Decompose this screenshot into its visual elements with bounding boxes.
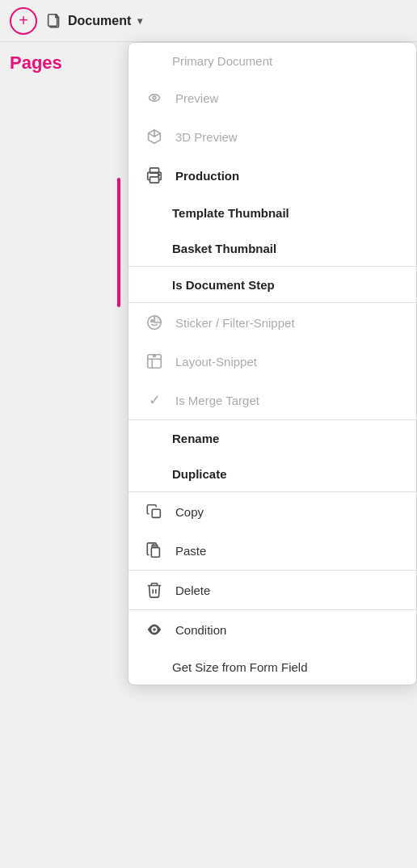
menu-item-paste[interactable]: Paste xyxy=(128,531,416,570)
sticker-icon xyxy=(145,313,164,332)
menu-item-template-thumbnail[interactable]: Template Thumbnail xyxy=(128,195,416,230)
menu-item-production[interactable]: Production xyxy=(128,156,416,195)
svg-point-7 xyxy=(151,320,154,322)
menu-item-duplicate[interactable]: Duplicate xyxy=(128,456,416,491)
dropdown-menu: Primary Document Preview 3D Preview xyxy=(128,42,417,685)
checkmark-icon: ✓ xyxy=(145,390,164,410)
is-merge-target-label: Is Merge Target xyxy=(175,394,259,407)
menu-item-basket-thumbnail[interactable]: Basket Thumbnail xyxy=(128,230,416,266)
paste-label: Paste xyxy=(175,544,206,558)
menu-item-primary-document[interactable]: Primary Document xyxy=(128,43,416,78)
printer-icon xyxy=(145,166,164,185)
top-bar: + Document ▾ xyxy=(0,0,417,42)
duplicate-label: Duplicate xyxy=(172,467,227,481)
menu-item-condition[interactable]: Condition xyxy=(128,610,416,649)
svg-point-1 xyxy=(150,95,160,101)
delete-label: Delete xyxy=(175,584,210,597)
template-thumbnail-label: Template Thumbnail xyxy=(172,206,289,220)
menu-item-is-merge-target[interactable]: ✓ Is Merge Target xyxy=(128,381,416,419)
svg-point-2 xyxy=(153,96,156,99)
3d-preview-label: 3D Preview xyxy=(175,130,238,144)
menu-item-preview[interactable]: Preview xyxy=(128,78,416,117)
basket-thumbnail-label: Basket Thumbnail xyxy=(172,242,276,255)
chevron-down-icon: ▾ xyxy=(137,15,142,27)
copy-label: Copy xyxy=(175,505,204,519)
copy-icon xyxy=(145,502,164,521)
eye-filled-icon xyxy=(145,620,164,639)
svg-rect-10 xyxy=(151,547,159,557)
svg-point-5 xyxy=(158,175,160,176)
layout-snippet-icon xyxy=(145,352,164,371)
menu-item-sticker-filter-snippet[interactable]: Sticker / Filter-Snippet xyxy=(128,303,416,342)
production-label: Production xyxy=(175,169,239,183)
sticker-filter-snippet-label: Sticker / Filter-Snippet xyxy=(175,316,295,330)
pages-label: Pages xyxy=(10,53,62,74)
menu-item-3d-preview[interactable]: 3D Preview xyxy=(128,117,416,156)
is-document-step-label: Is Document Step xyxy=(172,278,275,292)
menu-item-rename[interactable]: Rename xyxy=(128,420,416,456)
paste-icon xyxy=(145,541,164,560)
svg-rect-4 xyxy=(150,177,159,183)
layout-snippet-label: Layout-Snippet xyxy=(175,355,257,369)
condition-label: Condition xyxy=(175,623,226,637)
document-button[interactable]: Document ▾ xyxy=(45,12,142,30)
menu-item-get-size-form-field[interactable]: Get Size from Form Field xyxy=(128,649,416,685)
menu-item-delete[interactable]: Delete xyxy=(128,571,416,609)
add-button[interactable]: + xyxy=(10,7,37,35)
rename-label: Rename xyxy=(172,432,219,445)
cube-icon xyxy=(145,127,164,146)
menu-item-layout-snippet[interactable]: Layout-Snippet xyxy=(128,342,416,381)
page-bracket xyxy=(117,178,120,307)
menu-item-copy[interactable]: Copy xyxy=(128,492,416,531)
preview-label: Preview xyxy=(175,91,218,105)
get-size-form-field-label: Get Size from Form Field xyxy=(172,660,308,674)
document-icon xyxy=(45,12,63,30)
trash-icon xyxy=(145,580,164,600)
document-label: Document xyxy=(68,14,131,28)
eye-icon xyxy=(145,88,164,107)
menu-item-is-document-step[interactable]: Is Document Step xyxy=(128,267,416,302)
svg-rect-9 xyxy=(152,509,160,517)
primary-document-label: Primary Document xyxy=(172,54,272,68)
